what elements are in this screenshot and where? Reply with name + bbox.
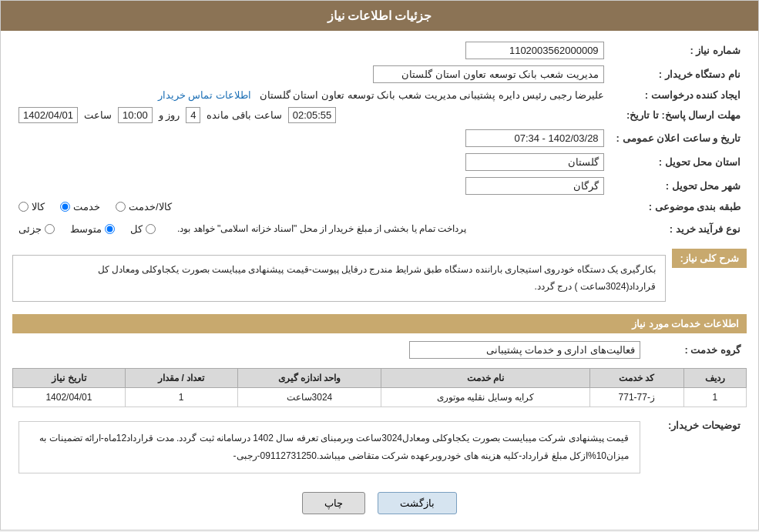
province-label: استان محل تحویل : xyxy=(610,150,747,174)
subject-description-label: شرح کلی نیاز: xyxy=(672,249,747,268)
main-info-table: شماره نیاز : 1102003562000009 نام دستگاه… xyxy=(12,38,747,243)
process-kol-radio[interactable] xyxy=(146,224,156,234)
city-value: گرگان xyxy=(465,177,604,195)
back-button[interactable]: بازگشت xyxy=(378,492,457,514)
col-quantity: تعداد / مقدار xyxy=(125,369,237,388)
action-buttons: بازگشت چاپ xyxy=(12,492,747,514)
buyer-desc-label: توضیحات خریدار: xyxy=(646,413,747,481)
col-service-name: نام خدمت xyxy=(381,369,590,388)
announcement-label: تاریخ و ساعت اعلان عمومی : xyxy=(610,126,747,150)
cell-row-num: 1 xyxy=(683,388,746,407)
cell-quantity: 1 xyxy=(125,388,237,407)
city-label: شهر محل تحویل : xyxy=(610,174,747,198)
cell-service-code: ز-77-771 xyxy=(589,388,683,407)
announcement-value: 1402/03/28 - 07:34 xyxy=(465,129,604,147)
process-type-label: نوع فرآیند خرید : xyxy=(610,216,747,243)
service-group-label: گروه خدمت : xyxy=(646,338,747,362)
page-header: جزئیات اطلاعات نیاز xyxy=(1,1,758,31)
services-grid: ردیف کد خدمت نام خدمت واحد اندازه گیری ت… xyxy=(12,368,747,407)
buyer-org-label: نام دستگاه خریدار : xyxy=(610,62,747,86)
process-motavasset[interactable]: متوسط xyxy=(70,223,115,235)
deadline-label: مهلت ارسال پاسخ: تا تاریخ: xyxy=(610,104,747,126)
deadline-time: 10:00 xyxy=(118,107,153,123)
category-kala-khedmat-radio[interactable] xyxy=(116,202,126,212)
process-jozi-radio[interactable] xyxy=(45,224,55,234)
cell-unit: 3024ساعت xyxy=(237,388,381,407)
category-kala-radio[interactable] xyxy=(18,202,29,212)
deadline-remaining: 02:05:55 xyxy=(288,107,337,123)
process-jozi-label: جزئی xyxy=(18,223,42,235)
notice-text: پرداخت تمام یا بخشی از مبلغ خریدار از مح… xyxy=(171,219,472,239)
contact-link[interactable]: اطلاعات تماس خریدار xyxy=(158,89,251,101)
category-kala-khedmat[interactable]: کالا/خدمت xyxy=(116,201,172,212)
table-row: 1 ز-77-771 کرایه وسایل نقلیه موتوری 3024… xyxy=(13,388,747,407)
col-date: تاریخ نیاز xyxy=(13,369,126,388)
process-motavasset-radio[interactable] xyxy=(105,224,115,234)
creator-label: ایجاد کننده درخواست : xyxy=(610,86,747,104)
col-unit: واحد اندازه گیری xyxy=(237,369,381,388)
deadline-date: 1402/04/01 xyxy=(18,107,78,123)
remaining-label: ساعت باقی مانده xyxy=(207,109,281,121)
process-motavasset-label: متوسط xyxy=(70,223,102,235)
deadline-days: 4 xyxy=(186,107,200,123)
buyer-org-value: مدیریت شعب بانک توسعه تعاون استان گلستان xyxy=(373,65,604,83)
number-value: 1102003562000009 xyxy=(465,42,604,59)
process-kol[interactable]: کل xyxy=(130,223,156,235)
category-label: طبقه بندی موضوعی : xyxy=(610,198,747,216)
buyer-desc-value: قیمت پیشنهادی شرکت میبایست بصورت یکجاوکل… xyxy=(18,421,640,473)
subject-description: بکارگیری یک دستگاه خودروی استیجاری باران… xyxy=(12,255,666,302)
category-khedmat[interactable]: خدمت xyxy=(60,201,100,212)
number-label: شماره نیاز : xyxy=(610,38,747,62)
category-kala-khedmat-label: کالا/خدمت xyxy=(129,201,172,212)
service-group-value: فعالیت‌های اداری و خدمات پشتیبانی xyxy=(409,341,640,359)
cell-date: 1402/04/01 xyxy=(13,388,126,407)
services-label: اطلاعات خدمات مورد نیاز xyxy=(12,314,747,333)
time-label: ساعت xyxy=(84,109,112,121)
process-jozi[interactable]: جزئی xyxy=(18,223,55,235)
page-title: جزئیات اطلاعات نیاز xyxy=(327,9,432,22)
category-khedmat-radio[interactable] xyxy=(60,202,70,212)
cell-service-name: کرایه وسایل نقلیه موتوری xyxy=(381,388,590,407)
province-value: گلستان xyxy=(465,153,604,171)
process-kol-label: کل xyxy=(130,223,143,235)
category-kala[interactable]: کالا xyxy=(18,201,45,212)
col-service-code: کد خدمت xyxy=(589,369,683,388)
buyer-desc-table: توضیحات خریدار: قیمت پیشنهادی شرکت میبای… xyxy=(12,413,747,481)
category-kala-label: کالا xyxy=(32,201,45,212)
col-row-num: ردیف xyxy=(683,369,746,388)
days-label: روز و xyxy=(159,109,180,121)
category-khedmat-label: خدمت xyxy=(73,201,100,212)
creator-value: علیرضا رجبی رئیس دایره پشتیبانی مدیریت ش… xyxy=(260,89,604,101)
print-button[interactable]: چاپ xyxy=(302,492,365,514)
service-group-table: گروه خدمت : فعالیت‌های اداری و خدمات پشت… xyxy=(12,338,747,362)
